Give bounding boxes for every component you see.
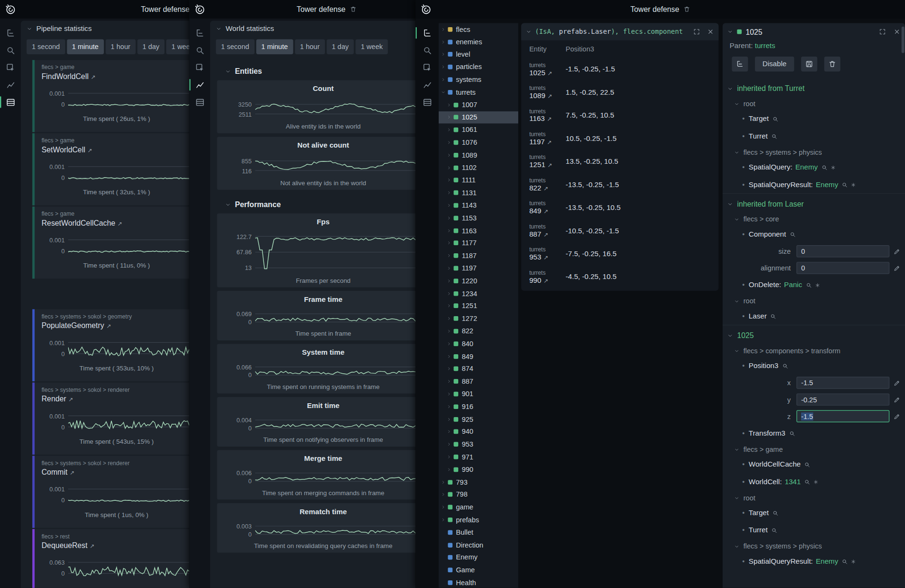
rail-button-inspector[interactable] (189, 59, 210, 76)
component-item-Turret[interactable]: •Turret (723, 521, 905, 538)
tree-item-849[interactable]: 849 (439, 350, 518, 362)
tree-item-1272[interactable]: 1272 (439, 312, 518, 325)
time-range-1-day[interactable]: 1 day (327, 39, 354, 54)
tree-item-Health[interactable]: Health (439, 577, 518, 588)
tree-item-1076[interactable]: 1076 (439, 136, 518, 149)
tree-item-1089[interactable]: 1089 (439, 149, 518, 161)
component-item-Laser[interactable]: •Laser (723, 308, 905, 325)
search-component-button[interactable] (821, 164, 827, 170)
search-component-button[interactable] (789, 430, 795, 436)
search-component-button[interactable] (789, 231, 795, 237)
search-component-button[interactable] (772, 116, 778, 122)
component-item-SpatialQueryResult[interactable]: •SpatialQueryResult:Enemy (723, 176, 905, 193)
system-link[interactable]: FindWorldCell ↗ (41, 72, 189, 80)
tree-item-901[interactable]: 901 (439, 388, 518, 400)
edit-field-button[interactable] (894, 396, 901, 403)
query-input[interactable]: (IsA, prefabs.Laser), flecs.components (535, 28, 683, 36)
tree-item-1251[interactable]: 1251 (439, 300, 518, 312)
delete-button[interactable] (824, 57, 840, 72)
titlebar[interactable]: Tower defense (0, 0, 189, 19)
tree-item-887[interactable]: 887 (439, 375, 518, 388)
time-range-1-hour[interactable]: 1 hour (105, 39, 135, 54)
query-result-row[interactable]: turrets953 ↗-7.5, -0.25, 16.5 (521, 242, 718, 265)
rail-button-search[interactable] (189, 41, 210, 59)
tree-item-Game[interactable]: Game (439, 564, 518, 576)
rail-button-tree-view[interactable] (189, 24, 210, 41)
rail-button-inspector[interactable] (415, 59, 438, 76)
expand-inspector-button[interactable] (879, 28, 886, 35)
tree-item-turrets[interactable]: turrets (439, 86, 518, 99)
section-header[interactable]: Performance (210, 193, 415, 213)
query-result-row[interactable]: turrets1197 ↗10.5, -0.25, -1.5 (521, 127, 718, 150)
y-input[interactable]: -0.25 (796, 393, 889, 405)
search-component-button[interactable] (770, 313, 776, 319)
system-link[interactable]: DequeueRest ↗ (41, 541, 189, 550)
save-button[interactable] (801, 57, 817, 72)
query-row-entity[interactable]: turrets1251 ↗ (529, 154, 565, 169)
time-range-1-week[interactable]: 1 week (166, 39, 189, 54)
section-header[interactable]: 1025 (723, 325, 905, 343)
query-result-row[interactable]: turrets1089 ↗1.5, -0.25, 22.5 (521, 81, 718, 104)
component-group-header[interactable]: flecs > core (723, 212, 905, 226)
tree-item-1153[interactable]: 1153 (439, 212, 518, 224)
search-component-button[interactable] (842, 181, 848, 188)
component-group-header[interactable]: flecs > systems > physics (723, 539, 905, 553)
tree-item-Enemy[interactable]: Enemy (439, 551, 518, 564)
x-input[interactable]: -1.5 (796, 377, 889, 389)
chevron-down-icon[interactable] (727, 29, 733, 35)
tree-item-840[interactable]: 840 (439, 338, 518, 350)
parent-link[interactable]: turrets (755, 41, 775, 50)
rail-button-tree-view[interactable] (415, 24, 438, 41)
query-result-row[interactable]: turrets822 ↗-13.5, -0.25, -1.5 (521, 173, 718, 196)
query-row-entity[interactable]: turrets1163 ↗ (529, 108, 565, 123)
tree-item-822[interactable]: 822 (439, 325, 518, 337)
edit-field-button[interactable] (894, 248, 901, 255)
tree-item-Bullet[interactable]: Bullet (439, 526, 518, 538)
component-group-header[interactable]: flecs > game (723, 442, 905, 456)
time-range-1-second[interactable]: 1 second (216, 39, 254, 54)
tree-item-1177[interactable]: 1177 (439, 237, 518, 249)
tree-item-971[interactable]: 971 (439, 450, 518, 463)
tree-item-1102[interactable]: 1102 (439, 161, 518, 174)
tree-item-1025[interactable]: 1025 (439, 111, 518, 123)
component-group-header[interactable]: root (723, 490, 905, 504)
tree-item-Direction[interactable]: Direction (439, 538, 518, 551)
component-group-header[interactable]: flecs > systems > physics (723, 145, 905, 159)
rail-button-inspector[interactable] (0, 59, 21, 76)
rail-button-statistics[interactable] (0, 93, 21, 110)
edit-field-button[interactable] (894, 265, 901, 272)
search-component-button[interactable] (772, 510, 778, 516)
tree-item-1143[interactable]: 1143 (439, 199, 518, 211)
rail-button-tree-view[interactable] (0, 24, 21, 41)
section-header[interactable]: inherited from Turret (723, 79, 905, 97)
system-link[interactable]: ResetWorldCellCache ↗ (41, 219, 189, 227)
trash-icon[interactable] (683, 6, 690, 13)
tree-item-1234[interactable]: 1234 (439, 287, 518, 299)
time-range-1-minute[interactable]: 1 minute (256, 39, 293, 54)
search-component-button[interactable] (804, 478, 810, 485)
time-range-1-hour[interactable]: 1 hour (295, 39, 325, 54)
query-row-entity[interactable]: turrets887 ↗ (529, 223, 565, 239)
system-link[interactable]: Commit ↗ (41, 468, 189, 477)
trash-icon[interactable] (350, 6, 357, 13)
component-group-header[interactable]: flecs > components > transform (723, 343, 905, 357)
query-row-entity[interactable]: turrets1025 ↗ (529, 61, 565, 77)
component-item-OnDelete[interactable]: •OnDelete:Panic (723, 276, 905, 293)
tree-item-1111[interactable]: 1111 (439, 174, 518, 186)
query-row-entity[interactable]: turrets822 ↗ (529, 177, 565, 192)
search-component-button[interactable] (805, 282, 812, 288)
alignment-input[interactable]: 0 (796, 262, 889, 274)
rail-button-statistics[interactable] (189, 93, 210, 110)
tree-item-level[interactable]: level (439, 48, 518, 60)
titlebar[interactable]: Tower defense (189, 0, 415, 19)
time-range-1-day[interactable]: 1 day (137, 39, 164, 54)
query-result-row[interactable]: turrets849 ↗-13.5, -0.25, 10.5 (521, 196, 718, 219)
section-header[interactable]: inherited from Laser (723, 193, 905, 212)
system-link[interactable]: SetWorldCell ↗ (41, 145, 189, 154)
tree-item-prefabs[interactable]: prefabs (439, 514, 518, 526)
component-item-WorldCellCache[interactable]: •WorldCellCache (723, 456, 905, 473)
query-result-row[interactable]: turrets1025 ↗-1.5, -0.25, -1.5 (521, 58, 718, 80)
edit-field-button[interactable] (894, 413, 901, 420)
panel-header[interactable]: World statistics (210, 21, 415, 37)
tree-item-game[interactable]: game (439, 501, 518, 513)
